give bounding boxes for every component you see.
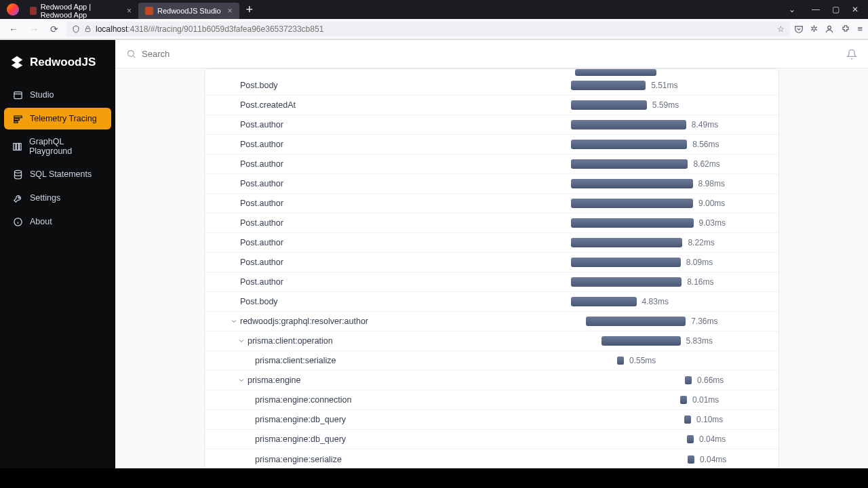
svg-rect-9 — [20, 143, 22, 150]
span-duration: 5.83ms — [686, 336, 713, 346]
span-duration: 0.04ms — [700, 455, 726, 464]
span-name: Post.author — [240, 120, 283, 129]
chevron-down-icon[interactable] — [235, 337, 248, 345]
chevron-down-icon[interactable] — [228, 317, 240, 325]
sidebar-item-telemetry[interactable]: Telemetry Tracing — [4, 108, 111, 129]
trace-row[interactable]: Post.author8.98ms — [205, 174, 778, 194]
trace-row[interactable]: redwoodjs:graphql:resolver:author7.36ms — [205, 312, 778, 331]
url-bar[interactable]: localhost:4318/#/tracing/9011b6059d3fafe… — [66, 22, 790, 37]
span-name: Post.author — [240, 277, 283, 287]
span-duration: 5.59ms — [652, 100, 679, 110]
search-wrap — [126, 49, 840, 59]
sidebar-item-settings[interactable]: Settings — [4, 187, 111, 209]
trace-row[interactable]: Post.author8.16ms — [205, 272, 778, 292]
chevron-down-icon[interactable]: ⌄ — [789, 5, 795, 14]
span-duration: 9.00ms — [698, 199, 725, 208]
extensions-icon[interactable] — [841, 24, 850, 34]
span-duration: 5.51ms — [651, 81, 677, 90]
brand: RedwoodJS — [0, 51, 115, 82]
firefox-logo-icon — [7, 3, 19, 16]
star-icon[interactable]: ☆ — [777, 24, 785, 34]
trace-bar — [571, 179, 693, 188]
trace-bar — [571, 199, 693, 208]
menu-icon[interactable]: ≡ — [857, 24, 863, 34]
sidebar-item-graphql[interactable]: GraphQL Playground — [4, 131, 111, 161]
tab-strip: Redwood App | Redwood App × RedwoodJS St… — [0, 0, 868, 19]
trace-row[interactable]: Post.body4.83ms — [205, 292, 778, 312]
trace-row[interactable]: Post.createdAt5.59ms — [205, 96, 778, 115]
close-icon[interactable]: × — [127, 6, 132, 16]
minimize-icon[interactable]: — — [812, 5, 820, 14]
back-button[interactable]: ← — [5, 21, 22, 37]
tab-label: Redwood App | Redwood App — [41, 3, 120, 19]
pocket-icon[interactable] — [794, 24, 804, 34]
app-root: RedwoodJS Studio Telemetry Tracing Graph… — [0, 40, 868, 468]
sidebar-item-about[interactable]: About — [4, 211, 111, 232]
sidebar-item-sql[interactable]: SQL Statements — [4, 163, 111, 185]
trace-row[interactable]: prisma:engine:db_query0.04ms — [205, 430, 778, 449]
span-name: Post.author — [240, 179, 283, 188]
trace-panel[interactable]: Post.body5.51msPost.createdAt5.59msPost.… — [115, 68, 868, 468]
trace-row[interactable]: Post.author9.03ms — [205, 214, 778, 233]
search-input[interactable] — [142, 49, 277, 59]
trace-row[interactable]: Post.author8.49ms — [205, 115, 778, 135]
span-duration: 0.55ms — [629, 356, 656, 365]
trace-bar-partial — [575, 69, 656, 76]
trace-row[interactable]: Post.author8.56ms — [205, 135, 778, 155]
account-icon[interactable] — [825, 24, 834, 34]
close-icon[interactable]: × — [228, 6, 233, 16]
svg-rect-0 — [85, 28, 90, 32]
svg-point-14 — [128, 51, 134, 57]
devtools-icon[interactable]: ✲ — [810, 24, 818, 34]
favicon-icon — [30, 7, 37, 15]
trace-row[interactable]: Post.body5.51ms — [205, 76, 778, 96]
new-tab-button[interactable]: + — [239, 3, 260, 17]
chevron-down-icon[interactable] — [235, 376, 248, 384]
columns-icon — [12, 141, 22, 152]
trace-bar — [680, 396, 687, 404]
trace-row[interactable]: Post.author9.00ms — [205, 194, 778, 214]
span-duration: 7.36ms — [691, 317, 717, 326]
span-duration: 8.16ms — [687, 277, 713, 287]
trace-row[interactable]: prisma:engine0.66ms — [205, 371, 778, 390]
forward-button[interactable]: → — [26, 21, 42, 37]
lock-icon — [84, 25, 92, 33]
trace-row[interactable]: prisma:client:serialize0.55ms — [205, 351, 778, 371]
close-window-icon[interactable]: ✕ — [852, 5, 859, 14]
span-duration: 8.22ms — [688, 238, 714, 247]
window-controls: ⌄ — ▢ ✕ — [789, 5, 865, 14]
browser-tab-active[interactable]: RedwoodJS Studio × — [138, 3, 239, 19]
trace-row[interactable]: Post.author8.62ms — [205, 155, 778, 174]
svg-rect-7 — [14, 143, 16, 150]
trace-bar — [685, 376, 692, 384]
span-name: Post.author — [240, 258, 283, 267]
browser-tab[interactable]: Redwood App | Redwood App × — [23, 3, 138, 19]
browser-toolbar: ← → ⟳ localhost:4318/#/tracing/9011b6059… — [0, 19, 868, 39]
trace-box: Post.body5.51msPost.createdAt5.59msPost.… — [204, 68, 779, 468]
trace-row[interactable]: prisma:engine:serialize0.04ms — [205, 449, 778, 468]
window-icon — [12, 89, 23, 100]
database-icon — [12, 169, 23, 180]
maximize-icon[interactable]: ▢ — [832, 5, 840, 14]
trace-row[interactable]: prisma:engine:connection0.01ms — [205, 390, 778, 410]
span-name: Post.author — [240, 159, 283, 169]
trace-bar — [571, 100, 647, 110]
main-content: Post.body5.51msPost.createdAt5.59msPost.… — [115, 40, 868, 468]
span-name: Post.author — [240, 140, 283, 149]
trace-row[interactable]: prisma:client:operation5.83ms — [205, 331, 778, 351]
sidebar-item-studio[interactable]: Studio — [4, 84, 111, 106]
wrench-icon — [12, 192, 23, 203]
svg-line-15 — [133, 56, 135, 58]
info-icon — [12, 216, 23, 227]
reload-button[interactable]: ⟳ — [46, 21, 62, 37]
trace-bar — [684, 415, 691, 424]
bell-icon[interactable] — [846, 49, 857, 60]
trace-row[interactable]: prisma:engine:db_query0.10ms — [205, 410, 778, 430]
nav-label: Settings — [30, 193, 60, 203]
trace-bar — [571, 159, 688, 169]
svg-rect-6 — [14, 121, 17, 123]
trace-row[interactable]: Post.author8.09ms — [205, 253, 778, 272]
topbar — [115, 40, 868, 68]
span-name: Post.body — [240, 297, 278, 306]
trace-row[interactable]: Post.author8.22ms — [205, 233, 778, 253]
